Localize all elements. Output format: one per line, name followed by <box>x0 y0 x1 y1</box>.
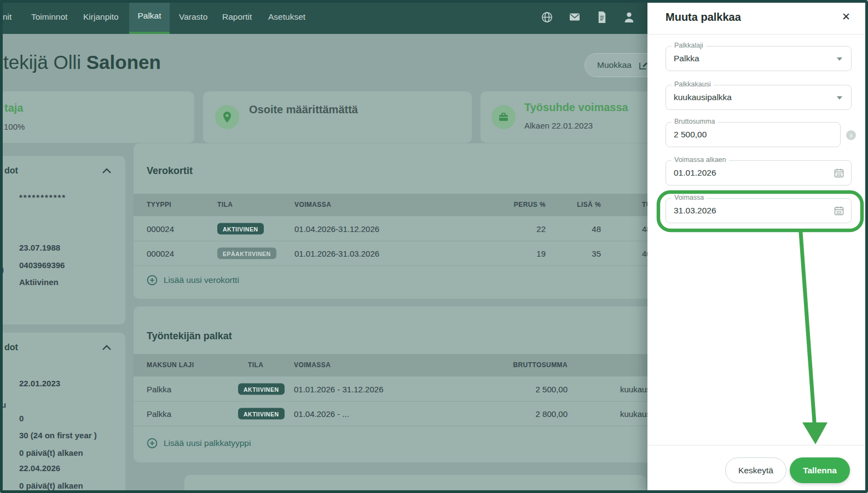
cancel-button[interactable]: Keskeytä <box>725 457 786 483</box>
page-title-prefix: tekijä Olli <box>3 51 86 73</box>
nav-tab-raportit[interactable]: Raportit <box>222 0 252 34</box>
col-bruttosumma: BRUTTOSUMMA <box>485 354 568 376</box>
voimassa-field[interactable]: Voimassa31.03.2026 <box>666 198 852 223</box>
nav-icons <box>541 0 636 34</box>
status-badge: AKTIIVINEN <box>217 223 264 234</box>
col-tyyppi: TYYPPI <box>147 194 171 216</box>
nav-tab-toiminnot[interactable]: Toiminnot <box>31 0 67 34</box>
chevron-up-icon[interactable] <box>101 167 112 177</box>
salary-period: kuukaus <box>620 384 651 393</box>
employment-type-percentage: 100% <box>4 122 25 131</box>
sidebar-value: 22.01.2023 <box>19 379 60 388</box>
panel-footer: Keskeytä Tallenna <box>647 445 868 493</box>
salary-gross-amount: 2 500,00 <box>485 384 568 393</box>
salaries-title: Työntekijän palkat <box>147 330 232 342</box>
palkkalaji-value: Palkka <box>674 47 699 71</box>
palkkakausi-field[interactable]: Palkkakausikuukausipalkka <box>666 85 852 110</box>
employment-type-card: taja 100% <box>0 91 194 143</box>
bruttosumma-field[interactable]: Bruttosumma2 500,00i <box>666 122 841 147</box>
cut-label-fragment: ) <box>1 265 4 274</box>
status-badge: AKTIIVINEN <box>238 408 285 419</box>
tax-card-type: 000024 <box>147 224 174 233</box>
status-badge-cell: EPÄAKTIIVINEN <box>217 247 276 259</box>
employment-info-card: dot 22.01.2023030 (24 on first year )0 p… <box>0 333 125 493</box>
voimassa-alkaen-value: 01.01.2026 <box>674 161 716 185</box>
sidebar-value: Aktiivinen <box>19 277 59 287</box>
palkkakausi-value: kuukausipalkka <box>674 85 732 109</box>
salary-gross-amount: 2 800,00 <box>485 409 568 418</box>
palkkalaji-field[interactable]: PalkkalajiPalkka <box>666 46 852 71</box>
voimassa-alkaen-field[interactable]: Voimassa alkaen01.01.2026 <box>666 160 852 185</box>
close-icon[interactable]: ✕ <box>842 10 850 24</box>
sidebar-value: 30 (24 on first year ) <box>19 431 97 440</box>
employment-type-title: taja <box>4 102 23 114</box>
user-icon[interactable] <box>622 10 636 24</box>
bruttosumma-value: 2 500,00 <box>674 123 707 147</box>
add-tax-card-label: Lisää uusi verokortti <box>164 275 239 285</box>
cut-label-fragment: u <box>1 400 6 409</box>
circle-plus-icon <box>147 438 158 449</box>
chevron-up-icon[interactable] <box>101 344 112 353</box>
col-lisa: LISÄ % <box>546 194 601 216</box>
change-salary-panel: Muuta palkkaa ✕ PalkkalajiPalkkaPalkkaka… <box>647 0 868 493</box>
status-badge: EPÄAKTIIVINEN <box>217 247 276 259</box>
tax-card-base-percent: 19 <box>491 248 546 258</box>
calendar-icon[interactable] <box>834 167 844 181</box>
status-badge: AKTIIVINEN <box>238 383 285 395</box>
sidebar-value: 23.07.1988 <box>19 243 60 252</box>
page-title-surname: Salonen <box>86 51 161 73</box>
col-tila: TILA <box>248 354 263 376</box>
personal-info-card: dot ***********23.07.19880403969396Aktii… <box>0 156 125 324</box>
salary-validity: 01.01.2026 - 31.12.2026 <box>294 384 383 393</box>
nav-tab-asetukset[interactable]: Asetukset <box>268 0 305 34</box>
nav-tab-varasto[interactable]: Varasto <box>179 0 207 34</box>
address-card-title: Osoite määrittämättä <box>249 103 358 116</box>
nav-tab-kirjanpito[interactable]: Kirjanpito <box>83 0 119 34</box>
calendar-icon[interactable] <box>834 205 844 218</box>
salary-validity: 01.04.2026 - ... <box>294 409 349 418</box>
panel-title: Muuta palkkaa <box>666 0 741 34</box>
sidebar-value: *********** <box>19 193 66 202</box>
chevron-down-icon <box>837 57 842 61</box>
tax-card-validity: 01.04.2026-31.12.2026 <box>294 224 379 233</box>
save-button[interactable]: Tallenna <box>790 457 850 483</box>
add-salary-type-label: Lisää uusi palkkatyyppi <box>164 438 251 448</box>
sidebar-value: 0 päivä(t) alkaen <box>19 481 83 490</box>
tax-card-validity: 01.01.2026-31.03.2026 <box>294 248 379 258</box>
globe-icon[interactable] <box>541 11 553 24</box>
tax-card-type: 000024 <box>147 248 174 258</box>
chevron-down-icon <box>837 96 842 100</box>
salary-period: kuukaus <box>620 409 651 418</box>
tax-card-additional-percent: 48 <box>546 224 601 233</box>
add-salary-type-link[interactable]: Lisää uusi palkkatyyppi <box>147 438 251 449</box>
panel-header: Muuta palkkaa ✕ <box>647 0 868 34</box>
status-badge-cell: AKTIIVINEN <box>217 223 264 234</box>
tax-card-additional-percent: 35 <box>546 248 601 258</box>
info-icon[interactable]: i <box>846 130 856 140</box>
status-badge-cell: AKTIIVINEN <box>238 383 285 395</box>
status-badge-cell: AKTIIVINEN <box>238 408 285 419</box>
col-voimassa: VOIMASSA <box>294 354 331 376</box>
nav-tab-nit[interactable]: nit <box>3 0 11 34</box>
mail-icon[interactable] <box>568 10 581 24</box>
add-tax-card-link[interactable]: Lisää uusi verokortti <box>147 275 239 286</box>
salary-payment-type: Palkka <box>147 409 171 418</box>
app-window: tekijä Olli Salonen Muokkaa taja 100% Os… <box>0 0 868 493</box>
document-icon[interactable] <box>596 11 607 24</box>
employment-status-title: Työsuhde voimassa <box>524 101 628 114</box>
address-card: Osoite määrittämättä <box>203 91 472 143</box>
page-title: tekijä Olli Salonen <box>3 51 161 73</box>
voimassa-value: 31.03.2026 <box>674 199 716 223</box>
sidebar-value: 0 päivä(t) alkaen <box>19 448 83 457</box>
tax-cards-title: Verokortit <box>147 165 193 177</box>
sidebar-value: 22.04.2026 <box>19 463 60 473</box>
next-section-card <box>184 475 646 493</box>
employment-start-date: Alkaen 22.01.2023 <box>524 121 593 130</box>
personal-info-title: dot <box>4 166 18 176</box>
employment-info-title: dot <box>4 343 18 352</box>
circle-plus-icon <box>147 275 158 286</box>
nav-tab-palkat[interactable]: Palkat <box>129 0 170 34</box>
edit-button-label: Muokkaa <box>597 60 632 70</box>
briefcase-icon <box>491 105 516 129</box>
top-navigation: nitToiminnotKirjanpitoPalkatVarastoRapor… <box>0 0 647 34</box>
